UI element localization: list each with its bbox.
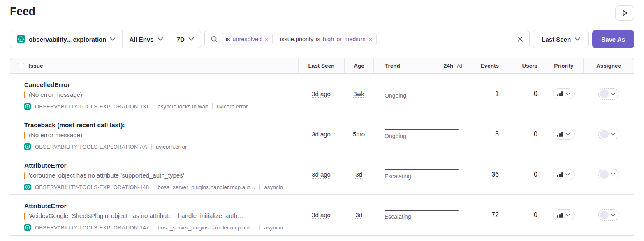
project-selector[interactable]: observability…exploration xyxy=(10,30,122,48)
error-level-bar xyxy=(24,213,25,220)
sort-label: Last Seen xyxy=(542,36,571,43)
assignee-cell xyxy=(583,114,634,154)
error-level-bar xyxy=(24,91,25,98)
assignee-dropdown[interactable] xyxy=(598,169,619,180)
assignee-cell xyxy=(583,195,634,235)
play-icon xyxy=(621,9,629,17)
search-token-list: is unresolved × issue.priority is high o… xyxy=(222,33,514,45)
trend-period-toggle: 24h 7d xyxy=(444,63,462,69)
column-header-priority: Priority xyxy=(544,58,583,73)
trend-label: Escalating xyxy=(385,213,459,220)
column-header-events: Events xyxy=(470,58,508,73)
issue-title[interactable]: AttributeError xyxy=(24,201,66,211)
table-row[interactable]: CancelledError (No error message) OBSERV… xyxy=(10,74,634,114)
issue-annotation[interactable]: bosa_server_plugins.handler.mcp.aut… xyxy=(158,184,255,190)
issue-annotation[interactable]: bosa_server_plugins.handler.mcp.aut… xyxy=(158,225,255,231)
priority-bars-icon xyxy=(557,132,563,137)
save-as-button[interactable]: Save As xyxy=(592,30,634,48)
sparkline-graph xyxy=(385,89,459,89)
issue-cell: AttributeError 'AcidevGoogle_SheetsPlugi… xyxy=(10,195,298,235)
search-bar[interactable]: is unresolved × issue.priority is high o… xyxy=(204,30,530,48)
events-cell: 5 xyxy=(470,114,508,154)
events-count: 5 xyxy=(495,131,499,138)
issue-message: (No error message) xyxy=(29,90,82,99)
assignee-avatar xyxy=(600,130,609,138)
search-token[interactable]: issue.priority is high or medium × xyxy=(276,33,377,45)
search-clear-button[interactable] xyxy=(517,36,524,42)
column-label: Issue xyxy=(29,63,43,69)
issue-message: 'coroutine' object has no attribute 'sup… xyxy=(29,171,184,180)
token-remove-button[interactable]: × xyxy=(368,36,373,43)
column-label: Users xyxy=(522,63,537,69)
project-label: observability…exploration xyxy=(29,36,106,43)
environment-selector[interactable]: All Envs xyxy=(122,30,169,48)
chevron-down-icon xyxy=(611,173,615,176)
issue-title[interactable]: AttributeError xyxy=(24,161,66,170)
play-button[interactable] xyxy=(615,5,634,21)
table-row[interactable]: Traceback (most recent call last): (No e… xyxy=(10,114,634,154)
priority-dropdown[interactable] xyxy=(553,88,575,99)
assignee-dropdown[interactable] xyxy=(598,88,619,100)
date-range-selector[interactable]: 7D xyxy=(170,30,201,48)
issue-annotation[interactable]: asyncio.locks in wait xyxy=(158,103,208,110)
last-seen-cell: 3d ago xyxy=(298,195,344,235)
trend-label: Escalating xyxy=(385,173,459,180)
age-value: 3d xyxy=(355,171,362,178)
events-cell: 72 xyxy=(470,195,508,235)
priority-cell xyxy=(544,195,583,235)
trend-sparkline: Escalating xyxy=(385,210,459,220)
priority-dropdown[interactable] xyxy=(553,209,575,220)
issue-title[interactable]: CancelledError xyxy=(24,80,70,89)
chevron-down-icon xyxy=(565,92,570,96)
issue-meta-line: OBSERVABILITY-TOOLS-EXPLORATION-131 asyn… xyxy=(24,103,248,110)
issue-cell: AttributeError 'coroutine' object has no… xyxy=(10,154,298,194)
events-cell: 1 xyxy=(470,74,508,114)
error-level-bar xyxy=(24,172,25,179)
sort-button[interactable]: Last Seen xyxy=(533,30,589,48)
assignee-dropdown[interactable] xyxy=(598,129,619,140)
error-level-bar xyxy=(24,132,25,139)
chevron-down-icon xyxy=(611,133,615,136)
users-count: 0 xyxy=(534,171,537,178)
events-count: 1 xyxy=(495,90,499,98)
age-cell: 5mo xyxy=(344,114,373,154)
select-all-checkbox[interactable] xyxy=(18,63,24,69)
assignee-dropdown[interactable] xyxy=(598,209,619,221)
events-cell: 36 xyxy=(470,154,508,194)
issue-message-line: (No error message) xyxy=(24,90,82,99)
search-icon xyxy=(211,35,218,43)
project-platform-icon xyxy=(24,184,31,190)
issue-annotation[interactable]: uvicorn.error xyxy=(156,144,187,150)
priority-dropdown[interactable] xyxy=(553,169,575,180)
table-header: Issue Last Seen Age Trend 24h 7d Events … xyxy=(10,58,634,74)
priority-bars-icon xyxy=(557,213,563,218)
issue-annotation[interactable]: asyncio xyxy=(264,184,283,190)
trend-7d-toggle[interactable]: 7d xyxy=(456,63,462,69)
trend-sparkline: Ongoing xyxy=(385,89,459,99)
table-row[interactable]: AttributeError 'AcidevGoogle_SheetsPlugi… xyxy=(10,195,634,235)
annotation-divider xyxy=(151,144,152,150)
project-platform-icon xyxy=(17,35,25,43)
issue-title[interactable]: Traceback (most recent call last): xyxy=(24,121,125,130)
events-count: 36 xyxy=(491,171,499,178)
project-platform-icon xyxy=(24,143,31,150)
assignee-cell xyxy=(583,74,634,114)
last-seen-cell: 3d ago xyxy=(298,154,344,194)
last-seen-value: 3d ago xyxy=(312,131,331,138)
assignee-avatar xyxy=(600,170,609,179)
environment-label: All Envs xyxy=(129,36,153,43)
table-row[interactable]: AttributeError 'coroutine' object has no… xyxy=(10,154,634,195)
column-label: Events xyxy=(481,63,499,69)
chevron-down-icon xyxy=(188,37,194,41)
search-token[interactable]: is unresolved × xyxy=(222,33,273,45)
trend-cell: Escalating xyxy=(373,154,470,194)
trend-24h-toggle[interactable]: 24h xyxy=(444,63,453,69)
issue-cell: CancelledError (No error message) OBSERV… xyxy=(10,74,298,114)
priority-dropdown[interactable] xyxy=(553,129,575,140)
last-seen-cell: 3d ago xyxy=(298,114,344,154)
column-header-trend: Trend 24h 7d xyxy=(373,58,470,73)
issue-annotation[interactable]: uvicorn.error xyxy=(217,103,248,110)
column-header-assignee: Assignee xyxy=(583,58,634,73)
issue-annotation[interactable]: asyncio xyxy=(264,225,283,231)
token-remove-button[interactable]: × xyxy=(264,36,269,43)
